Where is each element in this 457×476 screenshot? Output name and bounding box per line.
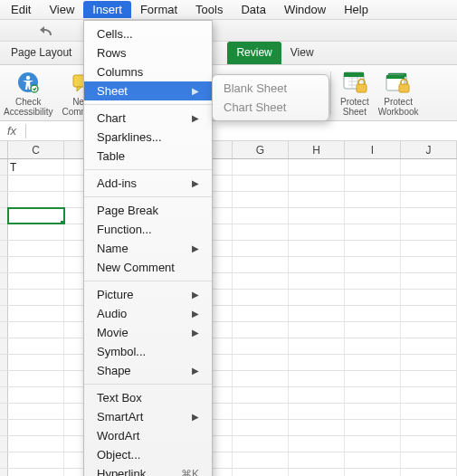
shortcut-label: ⌘K [181, 468, 199, 477]
submenu-arrow-icon: ▶ [192, 366, 199, 376]
submenu-arrow-icon: ▶ [192, 412, 199, 422]
cell[interactable]: T [8, 159, 64, 175]
insert-function[interactable]: Function... [84, 220, 212, 239]
col-g[interactable]: G [233, 141, 289, 158]
insert-hyperlink[interactable]: Hyperlink...⌘K [84, 464, 212, 476]
sheet-submenu: Blank Sheet Chart Sheet [212, 74, 329, 121]
menu-tools[interactable]: Tools [186, 1, 232, 18]
ribbon-tabs: Page Layout Review View [0, 42, 457, 65]
insert-columns[interactable]: Columns [84, 62, 212, 81]
insert-new-comment[interactable]: New Comment [84, 258, 212, 277]
insert-sheet[interactable]: Sheet▶ [84, 81, 212, 100]
tab-page-layout[interactable]: Page Layout [2, 42, 81, 64]
svg-rect-7 [344, 72, 364, 77]
menu-insert[interactable]: Insert [83, 1, 131, 18]
svg-point-2 [31, 85, 38, 92]
menu-data[interactable]: Data [232, 1, 274, 18]
protect-workbook-button[interactable]: Protect Workbook [378, 69, 419, 117]
menu-window[interactable]: Window [275, 1, 335, 18]
active-cell[interactable] [8, 208, 64, 224]
submenu-arrow-icon: ▶ [192, 309, 199, 319]
spreadsheet-grid[interactable]: T // (filled by loop below after page-da… [0, 159, 457, 476]
col-c[interactable]: C [8, 141, 64, 158]
insert-text-box[interactable]: Text Box [84, 388, 212, 407]
insert-picture[interactable]: Picture▶ [84, 285, 212, 304]
check-accessibility-label: Check Accessibility [4, 98, 52, 117]
fx-label: fx [7, 124, 16, 138]
tab-review[interactable]: Review [227, 42, 281, 64]
protect-sheet-button[interactable]: Protect Sheet [340, 69, 369, 117]
col-j[interactable]: J [401, 141, 457, 158]
column-headers: C F G H I J [0, 141, 457, 159]
insert-cells[interactable]: Cells... [84, 24, 212, 43]
select-all-corner[interactable] [0, 141, 8, 158]
insert-addins[interactable]: Add-ins▶ [84, 174, 212, 193]
insert-smartart[interactable]: SmartArt▶ [84, 407, 212, 426]
menu-format[interactable]: Format [131, 1, 186, 18]
insert-menu-dropdown: Cells... Rows Columns Sheet▶ Chart▶ Spar… [83, 20, 213, 476]
submenu-arrow-icon: ▶ [192, 243, 199, 253]
insert-symbol[interactable]: Symbol... [84, 342, 212, 361]
submenu-arrow-icon: ▶ [192, 290, 199, 300]
quick-access-toolbar [0, 20, 457, 42]
col-i[interactable]: I [345, 141, 401, 158]
svg-point-1 [26, 76, 30, 80]
svg-rect-13 [399, 84, 409, 92]
protect-workbook-label: Protect Workbook [378, 98, 419, 117]
accessibility-icon [14, 69, 42, 96]
insert-sparklines[interactable]: Sparklines... [84, 128, 212, 147]
insert-wordart[interactable]: WordArt [84, 426, 212, 445]
insert-rows[interactable]: Rows [84, 43, 212, 62]
insert-shape[interactable]: Shape▶ [84, 361, 212, 380]
protect-sheet-icon [341, 69, 368, 96]
insert-chart[interactable]: Chart▶ [84, 109, 212, 128]
submenu-arrow-icon: ▶ [192, 328, 199, 338]
submenu-arrow-icon: ▶ [192, 86, 199, 96]
insert-name[interactable]: Name▶ [84, 239, 212, 258]
insert-table[interactable]: Table [84, 147, 212, 166]
insert-object[interactable]: Object... [84, 445, 212, 464]
undo-icon[interactable] [38, 24, 52, 37]
protect-workbook-icon [385, 69, 412, 96]
menubar: Edit View Insert Format Tools Data Windo… [0, 0, 457, 20]
menu-help[interactable]: Help [335, 1, 377, 18]
check-accessibility-button[interactable]: Check Accessibility [4, 69, 52, 117]
col-h[interactable]: H [289, 141, 345, 158]
sheet-chart[interactable]: Chart Sheet [213, 98, 328, 117]
protect-sheet-label: Protect Sheet [340, 98, 369, 117]
insert-page-break[interactable]: Page Break [84, 201, 212, 220]
svg-rect-8 [357, 84, 367, 92]
insert-audio[interactable]: Audio▶ [84, 304, 212, 323]
submenu-arrow-icon: ▶ [192, 113, 199, 123]
submenu-arrow-icon: ▶ [192, 178, 199, 188]
sheet-blank[interactable]: Blank Sheet [213, 79, 328, 98]
menu-view[interactable]: View [40, 1, 83, 18]
tab-view[interactable]: View [281, 42, 323, 64]
menu-edit[interactable]: Edit [2, 1, 40, 18]
formula-bar[interactable]: fx [0, 121, 457, 141]
insert-movie[interactable]: Movie▶ [84, 323, 212, 342]
svg-rect-12 [386, 75, 405, 79]
